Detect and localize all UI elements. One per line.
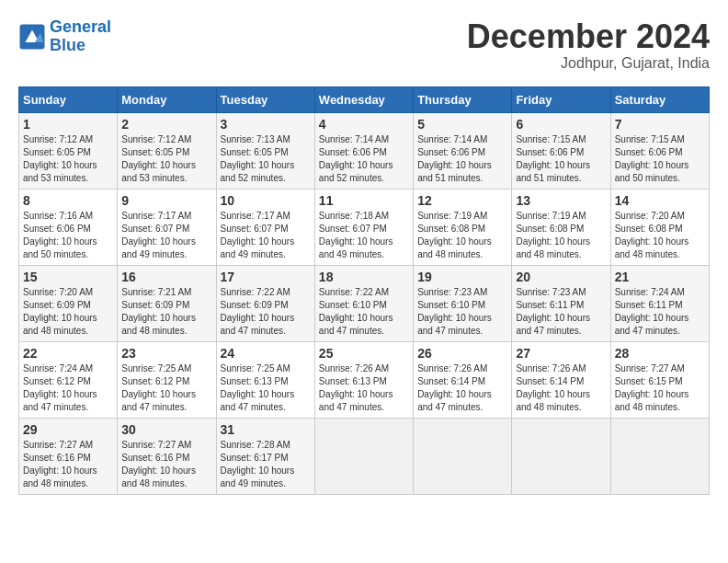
logo-text: General Blue xyxy=(50,18,111,55)
table-row: 6Sunrise: 7:15 AM Sunset: 6:06 PM Daylig… xyxy=(512,112,610,189)
day-number: 2 xyxy=(121,117,211,132)
day-info: Sunrise: 7:25 AM Sunset: 6:13 PM Dayligh… xyxy=(221,362,311,414)
day-info: Sunrise: 7:13 AM Sunset: 6:05 PM Dayligh… xyxy=(221,133,311,185)
col-wednesday: Wednesday xyxy=(314,86,413,112)
table-row: 31Sunrise: 7:28 AM Sunset: 6:17 PM Dayli… xyxy=(216,418,314,494)
col-thursday: Thursday xyxy=(414,86,512,112)
table-row: 27Sunrise: 7:26 AM Sunset: 6:14 PM Dayli… xyxy=(512,341,610,418)
table-row: 9Sunrise: 7:17 AM Sunset: 6:07 PM Daylig… xyxy=(118,189,216,265)
day-info: Sunrise: 7:26 AM Sunset: 6:14 PM Dayligh… xyxy=(516,362,606,414)
day-info: Sunrise: 7:28 AM Sunset: 6:17 PM Dayligh… xyxy=(221,439,311,490)
day-number: 31 xyxy=(221,422,311,437)
day-number: 30 xyxy=(121,422,211,437)
day-info: Sunrise: 7:22 AM Sunset: 6:09 PM Dayligh… xyxy=(221,286,311,338)
day-number: 29 xyxy=(23,422,113,437)
day-info: Sunrise: 7:19 AM Sunset: 6:08 PM Dayligh… xyxy=(516,210,606,261)
day-info: Sunrise: 7:14 AM Sunset: 6:06 PM Dayligh… xyxy=(417,133,507,185)
calendar-row: 29Sunrise: 7:27 AM Sunset: 6:16 PM Dayli… xyxy=(19,418,710,494)
table-row: 28Sunrise: 7:27 AM Sunset: 6:15 PM Dayli… xyxy=(610,341,709,418)
table-row: 3Sunrise: 7:13 AM Sunset: 6:05 PM Daylig… xyxy=(216,112,314,189)
table-row: 7Sunrise: 7:15 AM Sunset: 6:06 PM Daylig… xyxy=(610,112,709,189)
logo-line2: Blue xyxy=(50,36,85,54)
table-row: 21Sunrise: 7:24 AM Sunset: 6:11 PM Dayli… xyxy=(610,265,709,341)
table-row: 16Sunrise: 7:21 AM Sunset: 6:09 PM Dayli… xyxy=(118,265,216,341)
table-row: 14Sunrise: 7:20 AM Sunset: 6:08 PM Dayli… xyxy=(610,189,709,265)
table-row: 4Sunrise: 7:14 AM Sunset: 6:06 PM Daylig… xyxy=(314,112,413,189)
day-number: 23 xyxy=(121,346,211,361)
day-info: Sunrise: 7:23 AM Sunset: 6:11 PM Dayligh… xyxy=(516,286,606,338)
day-info: Sunrise: 7:27 AM Sunset: 6:15 PM Dayligh… xyxy=(615,362,705,414)
day-number: 27 xyxy=(516,346,606,361)
day-info: Sunrise: 7:24 AM Sunset: 6:12 PM Dayligh… xyxy=(23,362,113,414)
day-number: 5 xyxy=(417,117,507,132)
table-row: 19Sunrise: 7:23 AM Sunset: 6:10 PM Dayli… xyxy=(414,265,512,341)
table-row xyxy=(610,418,709,494)
day-number: 16 xyxy=(121,270,211,284)
table-row: 13Sunrise: 7:19 AM Sunset: 6:08 PM Dayli… xyxy=(512,189,610,265)
day-number: 26 xyxy=(417,346,507,361)
table-row: 30Sunrise: 7:27 AM Sunset: 6:16 PM Dayli… xyxy=(118,418,216,494)
table-row: 1Sunrise: 7:12 AM Sunset: 6:05 PM Daylig… xyxy=(19,112,118,189)
day-number: 19 xyxy=(417,270,507,284)
header-row: Sunday Monday Tuesday Wednesday Thursday… xyxy=(19,86,710,112)
table-row: 2Sunrise: 7:12 AM Sunset: 6:05 PM Daylig… xyxy=(118,112,216,189)
table-row: 25Sunrise: 7:26 AM Sunset: 6:13 PM Dayli… xyxy=(314,341,413,418)
table-row xyxy=(512,418,610,494)
logo-icon xyxy=(18,23,46,51)
day-info: Sunrise: 7:12 AM Sunset: 6:05 PM Dayligh… xyxy=(121,133,211,185)
logo: General Blue xyxy=(18,18,111,55)
table-row: 23Sunrise: 7:25 AM Sunset: 6:12 PM Dayli… xyxy=(118,341,216,418)
location: Jodhpur, Gujarat, India xyxy=(467,55,710,72)
table-row: 15Sunrise: 7:20 AM Sunset: 6:09 PM Dayli… xyxy=(19,265,118,341)
table-row xyxy=(314,418,413,494)
calendar-row: 22Sunrise: 7:24 AM Sunset: 6:12 PM Dayli… xyxy=(19,341,710,418)
day-number: 22 xyxy=(23,346,113,361)
day-number: 6 xyxy=(516,117,606,132)
day-number: 7 xyxy=(615,117,705,132)
day-number: 28 xyxy=(615,346,705,361)
col-saturday: Saturday xyxy=(610,86,709,112)
day-info: Sunrise: 7:20 AM Sunset: 6:09 PM Dayligh… xyxy=(23,286,113,338)
day-number: 3 xyxy=(221,117,311,132)
day-info: Sunrise: 7:18 AM Sunset: 6:07 PM Dayligh… xyxy=(319,210,409,261)
table-row: 8Sunrise: 7:16 AM Sunset: 6:06 PM Daylig… xyxy=(19,189,118,265)
day-info: Sunrise: 7:23 AM Sunset: 6:10 PM Dayligh… xyxy=(417,286,507,338)
day-number: 18 xyxy=(319,270,409,284)
day-info: Sunrise: 7:15 AM Sunset: 6:06 PM Dayligh… xyxy=(615,133,705,185)
day-info: Sunrise: 7:25 AM Sunset: 6:12 PM Dayligh… xyxy=(121,362,211,414)
table-row: 24Sunrise: 7:25 AM Sunset: 6:13 PM Dayli… xyxy=(216,341,314,418)
day-info: Sunrise: 7:26 AM Sunset: 6:13 PM Dayligh… xyxy=(319,362,409,414)
day-number: 12 xyxy=(417,193,507,208)
calendar-row: 15Sunrise: 7:20 AM Sunset: 6:09 PM Dayli… xyxy=(19,265,710,341)
day-info: Sunrise: 7:12 AM Sunset: 6:05 PM Dayligh… xyxy=(23,133,113,185)
table-row: 10Sunrise: 7:17 AM Sunset: 6:07 PM Dayli… xyxy=(216,189,314,265)
day-number: 4 xyxy=(319,117,409,132)
day-info: Sunrise: 7:17 AM Sunset: 6:07 PM Dayligh… xyxy=(221,210,311,261)
day-number: 13 xyxy=(516,193,606,208)
day-number: 8 xyxy=(23,193,113,208)
day-number: 25 xyxy=(319,346,409,361)
day-info: Sunrise: 7:14 AM Sunset: 6:06 PM Dayligh… xyxy=(319,133,409,185)
col-monday: Monday xyxy=(118,86,216,112)
calendar-table: Sunday Monday Tuesday Wednesday Thursday… xyxy=(18,86,710,495)
day-number: 21 xyxy=(615,270,705,284)
table-row: 20Sunrise: 7:23 AM Sunset: 6:11 PM Dayli… xyxy=(512,265,610,341)
day-number: 24 xyxy=(221,346,311,361)
calendar-row: 8Sunrise: 7:16 AM Sunset: 6:06 PM Daylig… xyxy=(19,189,710,265)
day-info: Sunrise: 7:19 AM Sunset: 6:08 PM Dayligh… xyxy=(417,210,507,261)
day-info: Sunrise: 7:20 AM Sunset: 6:08 PM Dayligh… xyxy=(615,210,705,261)
day-number: 14 xyxy=(615,193,705,208)
table-row: 22Sunrise: 7:24 AM Sunset: 6:12 PM Dayli… xyxy=(19,341,118,418)
day-info: Sunrise: 7:24 AM Sunset: 6:11 PM Dayligh… xyxy=(615,286,705,338)
month-title: December 2024 xyxy=(467,18,710,55)
day-number: 20 xyxy=(516,270,606,284)
calendar-row: 1Sunrise: 7:12 AM Sunset: 6:05 PM Daylig… xyxy=(19,112,710,189)
page-header: General Blue December 2024 Jodhpur, Guja… xyxy=(18,18,710,72)
day-info: Sunrise: 7:27 AM Sunset: 6:16 PM Dayligh… xyxy=(23,439,113,490)
table-row: 26Sunrise: 7:26 AM Sunset: 6:14 PM Dayli… xyxy=(414,341,512,418)
title-block: December 2024 Jodhpur, Gujarat, India xyxy=(467,18,710,72)
day-info: Sunrise: 7:15 AM Sunset: 6:06 PM Dayligh… xyxy=(516,133,606,185)
table-row xyxy=(414,418,512,494)
day-number: 11 xyxy=(319,193,409,208)
table-row: 17Sunrise: 7:22 AM Sunset: 6:09 PM Dayli… xyxy=(216,265,314,341)
